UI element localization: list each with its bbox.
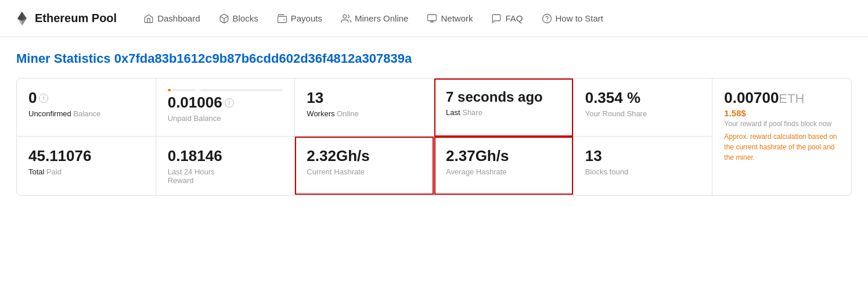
col-eth-reward: 0.00700 ETH 1.58$ Your reward if pool fi… [712,78,851,195]
eth-reward-cell: 0.00700 ETH 1.58$ Your reward if pool fi… [712,78,851,195]
workers-value: 13 [307,89,422,107]
svg-point-6 [283,19,284,20]
stats-grid: 0 i Unconfirmed Balance 45.11076 Total P… [16,78,852,196]
last-share-value: 7 seconds ago [446,89,561,106]
svg-rect-8 [428,15,437,21]
current-hashrate-unit: Gh/s [336,147,370,165]
last-24h-label: Last 24 Hours Reward [168,167,283,185]
unpaid-info-icon[interactable]: i [225,98,234,108]
users-icon [341,13,351,24]
col-shares: 7 seconds ago Last Share 2.37 Gh/s Avera… [434,78,574,195]
eth-approx-text: Approx. reward calculation based on the … [724,131,840,163]
nav-item-dashboard[interactable]: Dashboard [135,9,208,28]
col-unpaid: 0.01006 i Unpaid Balance 0.18146 Last 24… [156,78,296,195]
svg-point-10 [542,14,551,23]
col-balance: 0 i Unconfirmed Balance 45.11076 Total P… [17,78,156,195]
unpaid-balance-cell: 0.01006 i Unpaid Balance [156,78,295,137]
nav-item-network[interactable]: Network [419,9,481,28]
chat-icon [491,13,502,24]
nav-item-faq[interactable]: FAQ [483,9,531,28]
main-content: Miner Statistics 0x7fda83b1612c9b87b6cdd… [0,37,868,210]
question-icon [542,13,552,24]
total-paid-value: 45.11076 [28,147,144,165]
blocks-found-cell: 13 Blocks found [574,137,712,195]
blocks-found-label: Blocks found [585,167,701,176]
last-24h-value: 0.18146 [168,147,283,165]
eth-reward-dollar: 1.58$ [724,108,840,118]
current-hashrate-value: 2.32 [307,147,336,165]
workers-online-cell: 13 Workers Online [295,78,434,137]
logo-area: Ethereum Pool [14,10,117,27]
workers-label: Workers Online [307,109,422,118]
unconfirmed-info-icon[interactable]: i [39,94,48,103]
last-share-label: Last Share [446,108,561,117]
blocks-found-value: 13 [585,147,701,165]
col-workers: 13 Workers Online 2.32 Gh/s Current Hash… [295,78,434,195]
eth-reward-value: 0.00700 [724,89,779,107]
unconfirmed-label: Unconfirmed Balance [28,109,144,118]
wallet-icon [277,13,287,24]
average-hashrate-value: 2.37 [446,147,476,165]
unpaid-value: 0.01006 [168,94,222,112]
average-hashrate-cell: 2.37 Gh/s Average Hashrate [434,137,573,195]
page-title: Miner Statistics 0x7fda83b1612c9b87b6cdd… [16,51,852,66]
average-hashrate-label: Average Hashrate [446,167,561,176]
nav-item-blocks[interactable]: Blocks [211,9,266,28]
unconfirmed-balance-cell: 0 i Unconfirmed Balance [17,78,156,137]
total-paid-cell: 45.11076 Total Paid [17,137,156,195]
unpaid-label: Unpaid Balance [168,114,283,123]
home-icon [143,13,154,24]
average-hashrate-unit: Gh/s [476,147,509,165]
round-share-value: 0.354 % [585,89,701,107]
svg-rect-5 [278,16,286,23]
unconfirmed-value: 0 [28,89,37,107]
monitor-icon [427,13,437,24]
round-share-label: Your Round Share [585,109,701,118]
site-title: Ethereum Pool [35,12,117,25]
current-hashrate-cell: 2.32 Gh/s Current Hashrate [295,137,434,195]
last-24h-cell: 0.18146 Last 24 Hours Reward [156,137,295,195]
main-nav: Dashboard Blocks Payouts [135,9,854,28]
current-hashrate-label: Current Hashrate [307,167,422,176]
eth-reward-desc: Your reward if pool finds block now [724,119,840,129]
site-header: Ethereum Pool Dashboard Blocks [0,0,868,37]
svg-point-7 [343,15,347,18]
eth-reward-unit: ETH [779,91,804,106]
nav-item-miners-online[interactable]: Miners Online [333,9,417,28]
round-share-cell: 0.354 % Your Round Share [574,78,712,137]
total-paid-label: Total Paid [28,167,144,176]
cube-icon [219,13,229,24]
unpaid-progress-fill [168,89,171,91]
nav-item-payouts[interactable]: Payouts [269,9,330,28]
nav-item-how-to-start[interactable]: How to Start [534,9,612,28]
ethereum-logo-icon [14,10,30,27]
last-share-cell: 7 seconds ago Last Share [434,78,573,137]
col-round: 0.354 % Your Round Share 13 Blocks found [574,78,713,195]
